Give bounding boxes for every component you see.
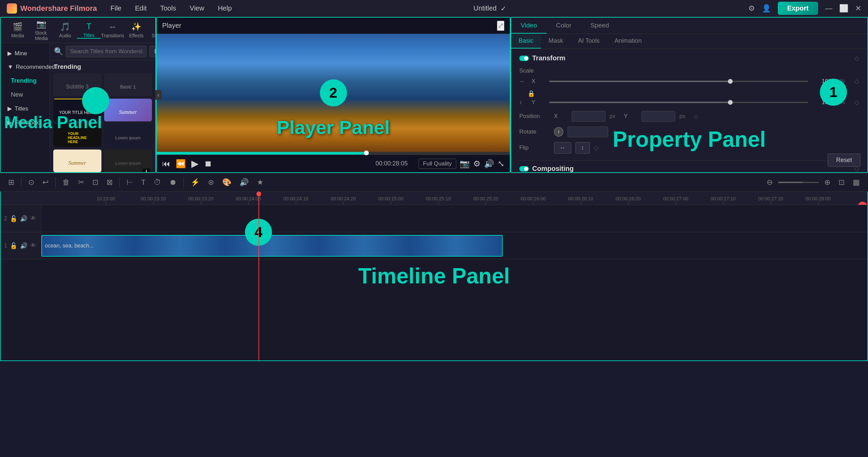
title-card-summer[interactable]: Summer Summer_Set_Sunshi... <box>104 99 152 121</box>
transform-keyframe-icon[interactable]: ◇ <box>854 55 859 62</box>
tl-timer-button[interactable]: ⏱ <box>151 177 164 188</box>
export-button[interactable]: Export <box>778 2 818 15</box>
tl-cut-button[interactable]: ✂ <box>75 177 87 188</box>
toolbar-transitions[interactable]: ↔ Transitions <box>101 22 124 38</box>
menu-edit[interactable]: Edit <box>135 4 147 12</box>
scale-x-keyframe[interactable]: ◇ <box>854 78 859 85</box>
minimize-button[interactable]: — <box>825 4 832 13</box>
toolbar-media[interactable]: 🎬 Media <box>6 22 30 38</box>
tl-copy-button[interactable]: ⊡ <box>90 177 101 188</box>
scale-x-slider[interactable] <box>549 81 808 82</box>
tl-split-button[interactable]: ⊢ <box>124 177 136 188</box>
tl-grid-view-button[interactable]: ▦ <box>850 177 863 188</box>
track-1-lock-button[interactable]: 🔓 <box>10 242 17 250</box>
settings-player-button[interactable]: ⚙ <box>473 159 481 168</box>
transform-toggle[interactable] <box>519 56 529 61</box>
rotate-dial[interactable] <box>554 127 563 137</box>
rotate-input[interactable]: 0.00° <box>567 126 608 137</box>
track-2-mute-button[interactable]: 🔊 <box>20 215 27 222</box>
toolbar-audio[interactable]: 🎵 Audio <box>53 22 77 38</box>
sub-tab-animation[interactable]: Animation <box>607 34 649 48</box>
title-card-lorem[interactable]: Lorem ipsum <box>104 124 152 147</box>
track-1-mute-button[interactable]: 🔊 <box>20 242 27 250</box>
sidebar-titles[interactable]: ▶ Titles <box>1 102 50 116</box>
tl-effect-button[interactable]: ★ <box>254 177 266 188</box>
tl-delete-button[interactable]: 🗑 <box>60 177 73 188</box>
video-clip[interactable]: ocean, sea, beach... <box>41 235 503 257</box>
tl-stabilize-button[interactable]: ⊛ <box>205 177 217 188</box>
search-input[interactable] <box>66 46 147 57</box>
sidebar-trending[interactable]: Trending <box>1 74 50 88</box>
tab-speed[interactable]: Speed <box>581 18 619 34</box>
tl-zoom-out-button[interactable]: ⊖ <box>764 177 775 188</box>
sidebar-mine[interactable]: ▶ Mine <box>1 46 50 60</box>
position-keyframe[interactable]: ◇ <box>694 113 698 120</box>
tl-undo-button[interactable]: ↩ <box>40 177 51 188</box>
flip-keyframe[interactable]: ◇ <box>594 144 599 152</box>
tl-magnet-button[interactable]: ⊙ <box>25 177 37 188</box>
menu-help[interactable]: Help <box>218 4 232 12</box>
fullscreen-button[interactable]: ⤢ <box>497 21 504 31</box>
play-button[interactable]: ▶ <box>191 158 199 169</box>
tl-zoom-in-button[interactable]: ⊕ <box>822 177 833 188</box>
sidebar-recommended[interactable]: ▼ Recommended <box>1 60 50 74</box>
tl-grid-button[interactable]: ⊞ <box>5 177 17 188</box>
rotate-keyframe[interactable]: ◇ <box>612 128 617 136</box>
account-icon[interactable]: 👤 <box>762 4 771 13</box>
position-y-input[interactable]: 0.00 <box>641 111 675 122</box>
price-button[interactable]: Price <box>149 46 155 57</box>
fit-button[interactable]: ⤡ <box>498 159 504 168</box>
sub-tab-basic[interactable]: Basic <box>511 34 541 48</box>
player-timeline-thumb <box>364 151 369 155</box>
skip-back-button[interactable]: ⏮ <box>162 159 170 168</box>
tl-speed-button[interactable]: ⚡ <box>188 177 202 188</box>
toolbar-effects[interactable]: ✨ Effects <box>124 22 148 38</box>
close-button[interactable]: ✕ <box>855 4 861 13</box>
tl-color-button[interactable]: 🎨 <box>219 177 234 188</box>
tab-video[interactable]: Video <box>511 18 546 34</box>
track-2-visibility-button[interactable]: 👁 <box>30 215 36 222</box>
compositing-toggle[interactable] <box>519 166 529 172</box>
tl-audio-button[interactable]: 🔊 <box>237 177 251 188</box>
maximize-button[interactable]: ⬜ <box>839 4 848 13</box>
trending-label: Trending <box>11 77 37 84</box>
play-back-button[interactable]: ⏪ <box>176 159 186 168</box>
collapse-left-panel-button[interactable]: ‹ <box>155 90 161 100</box>
timeline-playhead[interactable] <box>258 192 259 360</box>
volume-button[interactable]: 🔊 <box>484 159 494 168</box>
title-card-headline[interactable]: YOURHEADLINEHERE <box>53 124 101 147</box>
sub-tab-mask[interactable]: Mask <box>541 34 571 48</box>
sub-tab-ai-tools[interactable]: AI Tools <box>571 34 607 48</box>
tab-color[interactable]: Color <box>546 18 581 34</box>
tl-record-button[interactable]: ⏺ <box>167 177 179 188</box>
title-card-basic1[interactable]: Basic 1 Basic 1 <box>104 73 152 96</box>
settings-icon[interactable]: ⚙ <box>748 4 755 13</box>
toolbar-stock-media[interactable]: 📷 Stock Media <box>30 19 53 41</box>
tl-crop-button[interactable]: ⊠ <box>104 177 115 188</box>
player-timeline[interactable] <box>157 152 510 155</box>
track-2-lock-button[interactable]: 🔓 <box>10 215 17 222</box>
title-card-summer2[interactable]: Summer Summer Set Sunshi... <box>53 150 101 172</box>
track-1-visibility-button[interactable]: 👁 <box>30 242 36 249</box>
reset-button[interactable]: Reset <box>828 154 861 167</box>
scale-lock-icon[interactable]: 🔒 <box>527 90 535 97</box>
sidebar-new[interactable]: New <box>1 88 50 102</box>
title-card-lorem2[interactable]: Lorem ipsum ⬇ Title_41 <box>104 150 152 172</box>
quality-button[interactable]: Full Quality <box>419 159 456 169</box>
scale-y-slider[interactable] <box>549 102 808 103</box>
tl-text-button[interactable]: T <box>138 177 148 188</box>
scale-y-keyframe[interactable]: ◇ <box>854 99 859 106</box>
panels-area: 🎬 Media 📷 Stock Media 🎵 Audio T Titles ↔… <box>0 17 868 457</box>
position-x-input[interactable]: 0.00 <box>572 111 605 122</box>
menu-file[interactable]: File <box>111 4 121 12</box>
sidebar-filmstock[interactable]: ▶ Filmstock <box>1 116 50 130</box>
stop-button[interactable]: ⏹ <box>204 159 212 168</box>
toolbar-titles[interactable]: T Titles <box>77 22 101 39</box>
screen-capture-button[interactable]: 📷 <box>460 159 470 168</box>
flip-horizontal-button[interactable]: ↔ <box>554 142 571 154</box>
tl-zoom-track[interactable] <box>778 182 819 183</box>
flip-vertical-button[interactable]: ↕ <box>575 142 590 154</box>
menu-view[interactable]: View <box>190 4 204 12</box>
tl-fit-button[interactable]: ⊡ <box>836 177 847 188</box>
menu-tools[interactable]: Tools <box>160 4 176 12</box>
